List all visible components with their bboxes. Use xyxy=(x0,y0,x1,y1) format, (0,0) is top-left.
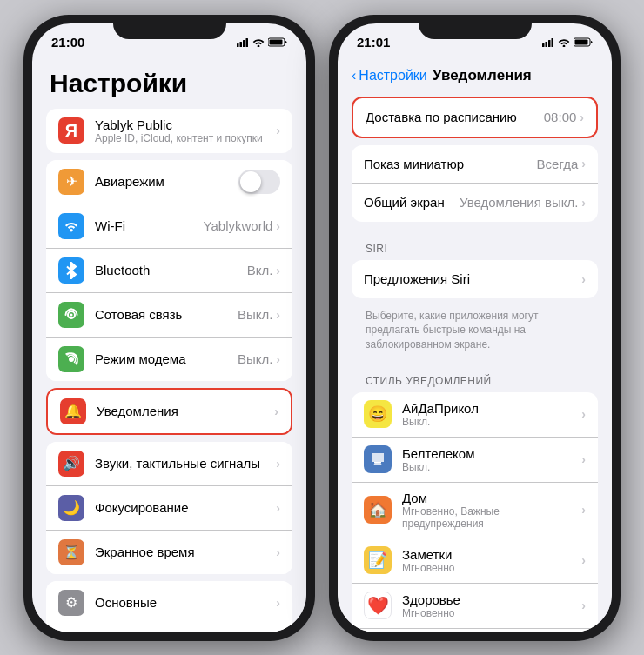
screen-share-value: Уведомления выкл. xyxy=(460,195,578,210)
app-text-3: Заметки Мгновенно xyxy=(402,547,581,574)
cellular-svg xyxy=(64,307,79,323)
battery-icon-right xyxy=(574,37,593,47)
yablyk-chevron: › xyxy=(276,124,280,137)
screentime-label: Экранное время xyxy=(95,545,195,559)
beltelecom-svg xyxy=(368,450,387,469)
schedule-value: 08:00 xyxy=(544,110,577,124)
schedule-item[interactable]: Доставка по расписанию 08:00 › xyxy=(353,98,596,137)
settings-title: Настройки xyxy=(32,62,306,109)
svg-point-7 xyxy=(70,313,73,316)
svg-rect-11 xyxy=(548,40,551,47)
app-chevron-1: › xyxy=(581,452,586,466)
thumbnails-item[interactable]: Показ миниатюр Всегда › xyxy=(352,145,598,184)
app-text-4: Здоровье Мгновенно xyxy=(402,592,581,619)
app-name-0: АйДаПрикол xyxy=(402,401,581,416)
app-sub-0: Выкл. xyxy=(402,416,581,428)
siri-chevron: › xyxy=(581,272,586,286)
general-item[interactable]: ⚙ Основные › xyxy=(46,581,292,625)
app-name-3: Заметки xyxy=(402,547,581,562)
bt-svg xyxy=(64,262,78,279)
notifications-section: 🔔 Уведомления › xyxy=(46,388,292,435)
notch-right xyxy=(419,15,532,39)
yablyk-item[interactable]: Я Yablyk Public Apple ID, iCloud, контен… xyxy=(46,109,292,153)
general-label: Основные xyxy=(95,595,157,610)
app-item-5[interactable]: 📅 Календарь по расписанию › xyxy=(352,629,598,632)
app-chevron-4: › xyxy=(581,598,586,612)
display-options-section: Показ миниатюр Всегда › Общий экран Увед… xyxy=(352,145,598,222)
app-icon-2: 🏠 xyxy=(364,496,392,524)
connectivity-item-0[interactable]: ✈ Авиарежим xyxy=(46,160,292,204)
cellular-icon xyxy=(58,302,84,328)
app-name-4: Здоровье xyxy=(402,592,581,607)
schedule-label: Доставка по расписанию xyxy=(366,110,544,124)
airplane-toggle[interactable] xyxy=(238,170,280,194)
svg-rect-1 xyxy=(240,42,243,47)
bluetooth-value: Вкл. xyxy=(247,263,273,277)
siri-header: SIRI xyxy=(338,229,612,260)
connectivity-item-3[interactable]: Сотовая связь Выкл.› xyxy=(46,293,292,338)
svg-rect-15 xyxy=(374,462,381,463)
siri-suggestions-item[interactable]: Предложения Siri › xyxy=(352,260,598,298)
focus-icon: 🌙 xyxy=(58,495,84,521)
connectivity-item-2[interactable]: Bluetooth Вкл.› xyxy=(46,249,292,293)
wifi-svg xyxy=(64,220,79,232)
screen-share-item[interactable]: Общий экран Уведомления выкл. › xyxy=(352,184,598,222)
app-sub-2: Мгновенно, Важные предупреждения xyxy=(402,505,581,530)
bluetooth-icon xyxy=(58,257,84,284)
app-text-2: Дом Мгновенно, Важные предупреждения xyxy=(402,491,581,530)
status-icons-left xyxy=(237,37,287,47)
svg-rect-14 xyxy=(575,40,588,45)
sounds-label: Звуки, тактильные сигналы xyxy=(95,456,260,471)
app-chevron-2: › xyxy=(581,503,586,517)
screen-share-label: Общий экран xyxy=(364,195,460,210)
app-sub-3: Мгновенно xyxy=(402,562,581,574)
hotspot-value: Выкл. xyxy=(238,351,272,366)
app-item-4[interactable]: ❤️ Здоровье Мгновенно › xyxy=(352,584,598,629)
svg-rect-0 xyxy=(237,43,239,47)
app-item-0[interactable]: 😄 АйДаПрикол Выкл. › xyxy=(352,392,598,438)
general-chevron: › xyxy=(276,596,280,610)
thumbnails-value: Всегда xyxy=(537,157,579,171)
general-icon: ⚙ xyxy=(58,590,84,616)
svg-rect-12 xyxy=(552,38,554,47)
connectivity-item-4[interactable]: Режим модема Выкл.› xyxy=(46,338,292,381)
notifications-item[interactable]: 🔔 Уведомления › xyxy=(48,390,291,433)
app-chevron-0: › xyxy=(581,407,586,421)
app-item-2[interactable]: 🏠 Дом Мгновенно, Важные предупреждения › xyxy=(352,483,598,538)
notifications-label: Уведомления xyxy=(97,404,178,418)
siri-section: Предложения Siri › xyxy=(352,260,598,298)
focus-label: Фокусирование xyxy=(95,500,189,515)
connectivity-item-1[interactable]: Wi-Fi Yablykworld› xyxy=(46,204,292,249)
nav-back-button[interactable]: ‹ Настройки xyxy=(352,68,427,84)
sounds-item[interactable]: 🔊 Звуки, тактильные сигналы › xyxy=(46,442,292,486)
controlcenter-item[interactable]: ⊞ Пункт управления › xyxy=(46,625,292,632)
bluetooth-label: Bluetooth xyxy=(95,263,150,277)
svg-rect-3 xyxy=(246,38,249,47)
app-item-3[interactable]: 📝 Заметки Мгновенно › xyxy=(352,538,598,584)
general-section: ⚙ Основные › ⊞ Пункт управления › AA Экр… xyxy=(46,581,292,632)
sounds-icon: 🔊 xyxy=(58,451,84,477)
screentime-item[interactable]: ⏳ Экранное время › xyxy=(46,531,292,574)
schedule-section: Доставка по расписанию 08:00 › xyxy=(352,97,598,138)
sounds-chevron: › xyxy=(276,457,280,471)
yablyk-sub: Apple ID, iCloud, контент и покупки xyxy=(95,132,276,144)
svg-rect-9 xyxy=(542,43,545,47)
focus-item[interactable]: 🌙 Фокусирование › xyxy=(46,486,292,531)
hotspot-icon xyxy=(58,346,84,372)
battery-icon xyxy=(268,37,287,47)
svg-point-8 xyxy=(69,357,74,362)
yablyk-section: Я Yablyk Public Apple ID, iCloud, контен… xyxy=(46,109,292,153)
hotspot-svg xyxy=(64,351,79,367)
wifi-value: Yablykworld xyxy=(204,218,273,233)
app-item-1[interactable]: Белтелеком Выкл. › xyxy=(352,438,598,483)
app-icon-1 xyxy=(364,445,392,473)
app-sub-4: Мгновенно xyxy=(402,607,581,619)
thumbnails-label: Показ миниатюр xyxy=(364,157,537,171)
app-name-2: Дом xyxy=(402,491,581,505)
wifi-label: Wi-Fi xyxy=(95,218,125,233)
airplane-label: Авиарежим xyxy=(95,174,164,189)
nav-bar-right: ‹ Настройки Уведомления xyxy=(338,62,612,97)
signal-icon-right xyxy=(542,37,554,47)
cellular-label: Сотовая связь xyxy=(95,307,182,322)
left-screen-content: Настройки Я Yablyk Public Apple ID, iClo… xyxy=(32,62,306,632)
